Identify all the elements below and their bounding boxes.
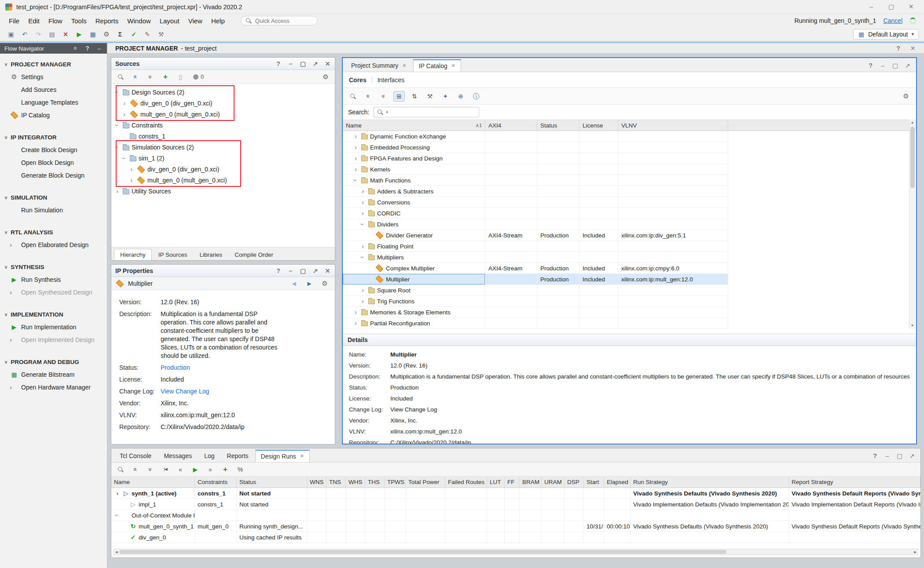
expander-icon[interactable]	[114, 144, 121, 151]
catalog-row[interactable]: Trig Functions	[343, 296, 916, 307]
expander-icon[interactable]	[359, 287, 366, 294]
tree-item[interactable]: mult_gen_0 (mult_gen_0.xci)	[111, 109, 335, 120]
ip-details-icon[interactable]	[470, 91, 482, 102]
flow-nav-item[interactable]: › Open Implemented Design	[0, 333, 107, 346]
expander-icon[interactable]	[121, 100, 128, 107]
column-header[interactable]: Status	[237, 477, 307, 488]
expander-icon[interactable]	[114, 490, 121, 497]
catalog-row[interactable]: Conversions	[343, 197, 916, 208]
menu-item[interactable]: Window	[123, 16, 155, 26]
catalog-row[interactable]: Dynamic Function eXchange	[343, 131, 916, 142]
back-icon[interactable]	[288, 278, 300, 289]
add-repository-icon[interactable]	[440, 91, 451, 102]
flow-nav-section-header[interactable]: ∨ PROJECT MANAGER	[0, 58, 107, 70]
catalog-row[interactable]: Math Functions	[343, 175, 916, 186]
console-tab[interactable]: Design Runs ✕	[255, 450, 310, 462]
menu-item[interactable]: Reports	[91, 16, 123, 26]
column-header[interactable]: WHS	[346, 477, 365, 488]
minimize-button-icon[interactable]	[868, 4, 875, 11]
catalog-row[interactable]: Kernels	[343, 164, 916, 175]
tree-item[interactable]: div_gen_0 (div_gen_0.xci)	[111, 164, 335, 175]
collapse-all-icon[interactable]	[363, 91, 374, 102]
close-icon[interactable]: ✕	[451, 63, 455, 69]
console-tab[interactable]: Log ✕	[198, 450, 220, 462]
help-icon[interactable]	[867, 62, 874, 69]
collapse-all-icon[interactable]	[130, 72, 141, 82]
close-button-icon[interactable]	[908, 4, 914, 11]
menu-item[interactable]: Flow	[44, 16, 67, 26]
expander-icon[interactable]	[352, 177, 359, 184]
expander-icon[interactable]	[359, 188, 366, 195]
settings-icon[interactable]	[101, 29, 112, 40]
go-to-first-icon[interactable]	[160, 464, 171, 475]
maximize-icon[interactable]	[909, 453, 915, 459]
catalog-row[interactable]: Complex Multiplier AXI4-Stream Productio…	[343, 263, 916, 274]
expander-icon[interactable]	[352, 144, 359, 151]
catalog-row[interactable]: Dividers	[343, 219, 916, 230]
cancel-link[interactable]: Cancel	[883, 17, 902, 24]
menu-item[interactable]: File	[4, 16, 24, 26]
close-icon[interactable]: ✕	[300, 453, 304, 459]
layout-selector[interactable]: Default Layout ▾	[853, 29, 919, 40]
tree-item[interactable]: Utility Sources	[111, 186, 335, 197]
float-icon[interactable]	[300, 60, 306, 67]
column-header[interactable]: URAM	[542, 477, 565, 488]
flow-nav-item[interactable]: › Generate Block Design	[0, 169, 107, 182]
quick-access-input[interactable]	[255, 18, 308, 24]
create-run-icon[interactable]	[220, 464, 231, 475]
redo-icon[interactable]	[33, 29, 44, 40]
tree-item[interactable]: Simulation Sources (2)	[111, 142, 335, 153]
help-icon[interactable]	[275, 267, 282, 274]
catalog-row[interactable]: Multiplier Production Included xilinx.co…	[343, 274, 916, 285]
column-header[interactable]: Name	[111, 477, 195, 488]
flow-nav-item[interactable]: › Run Simulation	[0, 204, 107, 216]
float-icon[interactable]	[892, 62, 898, 69]
close-icon[interactable]	[324, 60, 331, 67]
expander-icon[interactable]	[121, 111, 128, 118]
expander-icon[interactable]	[114, 512, 121, 519]
expander-icon[interactable]	[352, 320, 359, 327]
expander-icon[interactable]	[121, 155, 128, 162]
catalog-row[interactable]: Divider Generator AXI4-Stream Production…	[343, 230, 916, 241]
percent-icon[interactable]	[235, 464, 246, 475]
property-value[interactable]: View Change Log	[161, 387, 209, 396]
delete-icon[interactable]	[60, 29, 71, 40]
expander-icon[interactable]	[359, 254, 366, 261]
flow-nav-item[interactable]: › Language Templates	[0, 96, 107, 109]
column-header[interactable]: WNS	[307, 477, 326, 488]
flow-nav-item[interactable]: › Generate Bitstream	[0, 368, 107, 381]
menu-item[interactable]: Layout	[155, 16, 184, 26]
maximize-icon[interactable]	[312, 60, 319, 67]
flow-nav-item[interactable]: › Open Hardware Manager	[0, 381, 107, 393]
catalog-search-box[interactable]: ▾	[374, 107, 479, 117]
minimize-icon[interactable]	[287, 267, 294, 274]
column-header[interactable]: THS	[365, 477, 385, 488]
column-header-license[interactable]: License	[579, 120, 618, 131]
close-icon[interactable]	[324, 267, 331, 274]
run-row[interactable]: div_gen_0 Using cached IP results	[111, 532, 920, 543]
float-icon[interactable]	[896, 453, 903, 459]
expander-icon[interactable]	[128, 166, 135, 173]
validate-icon[interactable]	[128, 29, 139, 40]
flow-nav-item[interactable]: › Create Block Design	[0, 143, 107, 156]
run-row[interactable]: Out-of-Context Module Runs	[111, 510, 920, 521]
column-header[interactable]: Elapsed	[604, 477, 631, 488]
editor-tab[interactable]: Project Summary ✕	[345, 59, 412, 72]
minimize-icon[interactable]	[96, 45, 103, 52]
sum-icon[interactable]	[114, 29, 126, 40]
console-tab[interactable]: Tcl Console ✕	[114, 450, 157, 462]
tree-item[interactable]: Design Sources (2)	[111, 87, 335, 98]
reports-icon[interactable]	[87, 29, 99, 40]
editor-tab[interactable]: IP Catalog ✕	[413, 59, 461, 72]
sources-tab[interactable]: Libraries	[194, 249, 228, 260]
flow-nav-item[interactable]: › Settings	[0, 70, 107, 83]
web-ip-icon[interactable]	[455, 91, 466, 102]
copy-icon[interactable]	[46, 29, 58, 40]
console-tab[interactable]: Messages ✕	[158, 450, 198, 462]
menu-item[interactable]: Edit	[24, 16, 44, 26]
menu-item[interactable]: Help	[207, 16, 229, 26]
column-header[interactable]: Total Power	[406, 477, 445, 488]
help-icon[interactable]	[895, 45, 902, 51]
maximize-button-icon[interactable]	[888, 4, 895, 11]
scroll-down-icon[interactable]: ▼	[911, 323, 914, 329]
